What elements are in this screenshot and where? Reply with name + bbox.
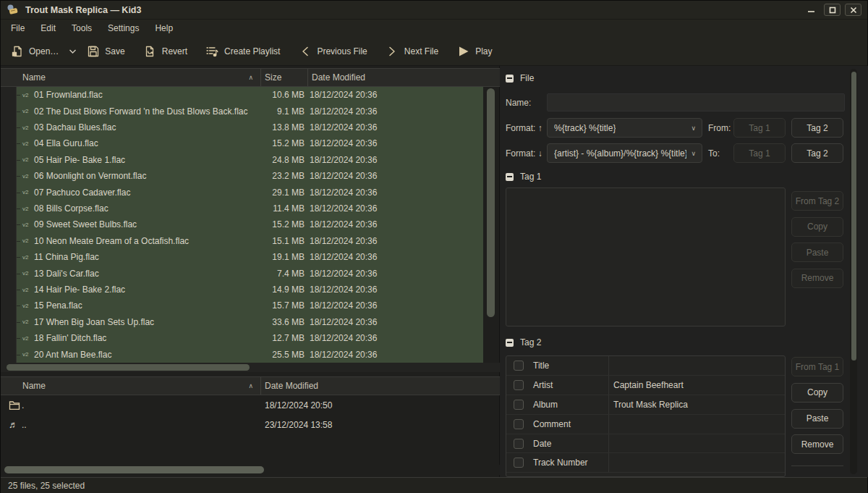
collapse-icon[interactable] [506, 75, 514, 83]
table-row[interactable]: v2 20 Ant Man Bee.flac 25.5 MB 18/12/202… [1, 347, 484, 363]
file-date: 18/12/2024 20:36 [305, 252, 377, 262]
field-checkbox[interactable] [514, 400, 524, 410]
save-button[interactable]: Save [87, 45, 124, 57]
column-header-name[interactable]: Name ∧ [1, 69, 261, 86]
play-button[interactable]: Play [457, 45, 492, 57]
scrollbar-thumb[interactable] [4, 466, 264, 473]
field-checkbox[interactable] [514, 380, 524, 390]
revert-button[interactable]: Revert [144, 45, 187, 57]
open-dropdown-button[interactable] [69, 49, 77, 54]
to-tag1-button[interactable]: Tag 1 [733, 143, 786, 163]
file-date: 18/12/2024 20:36 [305, 171, 377, 181]
table-row[interactable]: v2 18 Fallin' Ditch.flac 12.7 MB 18/12/2… [1, 330, 484, 346]
filename-input[interactable] [547, 93, 845, 111]
tag-field-row[interactable]: Track Number [506, 453, 785, 473]
tag2-section-header[interactable]: Tag 2 [506, 337, 541, 347]
tag-field-row[interactable]: Comment [506, 415, 785, 434]
paste-button[interactable]: Paste [791, 243, 843, 262]
table-row[interactable]: v2 04 Ella Guru.flac 15.2 MB 18/12/2024 … [1, 135, 484, 151]
remove-button[interactable]: Remove [791, 434, 843, 454]
menu-item-settings[interactable]: Settings [100, 20, 147, 37]
minimize-button[interactable] [803, 4, 820, 16]
field-value[interactable]: Trout Mask Replica [609, 400, 688, 410]
menu-item-edit[interactable]: Edit [33, 20, 64, 37]
column-header-size[interactable]: Size [261, 69, 308, 86]
table-row[interactable]: v2 05 Hair Pie- Bake 1.flac 24.8 MB 18/1… [1, 152, 484, 168]
create-playlist-button[interactable]: Create Playlist [206, 45, 280, 57]
column-header-date[interactable]: Date Modified [308, 69, 500, 86]
next-file-button[interactable]: Next File [386, 45, 438, 57]
file-date: 18/12/2024 20:36 [305, 187, 377, 198]
collapse-icon[interactable] [506, 339, 514, 347]
menu-item-file[interactable]: File [3, 20, 33, 37]
file-section-header[interactable]: File [506, 73, 534, 83]
table-row[interactable]: v2 17 When Big Joan Sets Up.flac 33.6 MB… [1, 314, 484, 330]
close-button[interactable] [845, 4, 861, 16]
scrollbar-thumb[interactable] [851, 72, 856, 361]
scrollbar-thumb[interactable] [7, 364, 250, 371]
tag-field-row[interactable]: Artist Captain Beefheart [506, 376, 785, 395]
scrollbar-thumb[interactable] [487, 88, 495, 317]
tag-v2-badge: v2 [22, 335, 34, 342]
folder-list-horizontal-scrollbar[interactable] [1, 465, 500, 475]
format-from-value: %{track} %{title} [554, 123, 616, 133]
field-checkbox[interactable] [514, 439, 524, 449]
close-icon [850, 7, 857, 14]
tree-branch [1, 265, 17, 281]
tree-branch [1, 87, 17, 103]
from-tag2-button[interactable]: Tag 2 [791, 118, 843, 138]
table-row[interactable]: v2 11 China Pig.flac 19.1 MB 18/12/2024 … [1, 249, 484, 265]
tag2-field-list: Title Artist Captain Beefheart Album Tro… [506, 355, 786, 477]
to-tag2-button[interactable]: Tag 2 [791, 143, 843, 163]
tag-field-row[interactable]: Album Trout Mask Replica [506, 395, 785, 415]
open-button[interactable]: Open… [11, 45, 59, 57]
list-item[interactable]: ♬ .. 23/12/2024 13:58 [1, 416, 500, 435]
file-size: 29.1 MB [261, 187, 305, 198]
maximize-button[interactable] [824, 4, 841, 16]
file-name: 14 Hair Pie- Bake 2.flac [34, 285, 261, 295]
menu-item-help[interactable]: Help [147, 20, 181, 37]
table-row[interactable]: v2 09 Sweet Sweet Bulbs.flac 15.2 MB 18/… [1, 216, 484, 232]
copy-button[interactable]: Copy [791, 383, 843, 403]
format-from-combobox[interactable]: %{track} %{title} ∨ [547, 118, 702, 138]
format-to-combobox[interactable]: {artist} - %{album}/%{track} %{title} ∨ [547, 143, 702, 163]
copy-button[interactable]: Copy [791, 217, 843, 237]
field-checkbox[interactable] [514, 361, 524, 371]
tag-panel-vertical-scrollbar[interactable] [850, 69, 857, 474]
from-tag-2-button[interactable]: From Tag 2 [791, 191, 843, 211]
tag-v2-badge: v2 [22, 92, 34, 98]
table-row[interactable]: v2 14 Hair Pie- Bake 2.flac 14.9 MB 18/1… [1, 282, 484, 298]
table-row[interactable]: v2 15 Pena.flac 15.7 MB 18/12/2024 20:36 [1, 298, 484, 313]
table-row[interactable]: v2 06 Moonlight on Vermont.flac 23.2 MB … [1, 168, 484, 184]
from-tag1-button[interactable]: Tag 1 [733, 118, 786, 138]
tag-field-row[interactable]: Date [506, 434, 785, 454]
list-item[interactable]: ♬ . 18/12/2024 20:50 [1, 396, 500, 416]
tag1-field-list [506, 187, 786, 326]
tag-field-row[interactable]: Title [506, 356, 785, 376]
previous-file-button[interactable]: Previous File [299, 45, 367, 57]
table-row[interactable]: v2 03 Dachau Blues.flac 13.8 MB 18/12/20… [1, 119, 484, 135]
menu-item-tools[interactable]: Tools [64, 20, 100, 37]
file-name: 10 Neon Meate Dream of a Octafish.flac [34, 236, 261, 246]
field-checkbox[interactable] [514, 458, 524, 468]
tree-branch [1, 298, 17, 313]
paste-button[interactable]: Paste [791, 409, 843, 429]
file-list-vertical-scrollbar[interactable] [483, 87, 499, 363]
table-row[interactable]: v2 13 Dali's Car.flac 7.4 MB 18/12/2024 … [1, 265, 484, 281]
column-header-date[interactable]: Date Modified [261, 377, 500, 395]
from-tag-1-button[interactable]: From Tag 1 [791, 357, 843, 376]
field-checkbox[interactable] [514, 419, 524, 429]
open-label: Open… [29, 46, 59, 56]
column-header-name[interactable]: Name ∧ [1, 377, 261, 395]
remove-button[interactable]: Remove [791, 269, 843, 288]
table-row[interactable]: v2 02 The Dust Blows Forward 'n the Dust… [1, 103, 484, 119]
tag1-section-header[interactable]: Tag 1 [506, 172, 541, 182]
file-list-horizontal-scrollbar[interactable] [1, 363, 500, 372]
table-row[interactable]: v2 07 Pachuco Cadaver.flac 29.1 MB 18/12… [1, 184, 484, 200]
window-title: Trout Mask Replica — Kid3 [25, 5, 141, 15]
collapse-icon[interactable] [506, 173, 514, 181]
table-row[interactable]: v2 10 Neon Meate Dream of a Octafish.fla… [1, 233, 484, 249]
field-value[interactable]: Captain Beefheart [609, 380, 684, 390]
table-row[interactable]: v2 08 Bills Corpse.flac 11.4 MB 18/12/20… [1, 201, 484, 216]
table-row[interactable]: v2 01 Frownland.flac 10.6 MB 18/12/2024 … [1, 87, 484, 103]
